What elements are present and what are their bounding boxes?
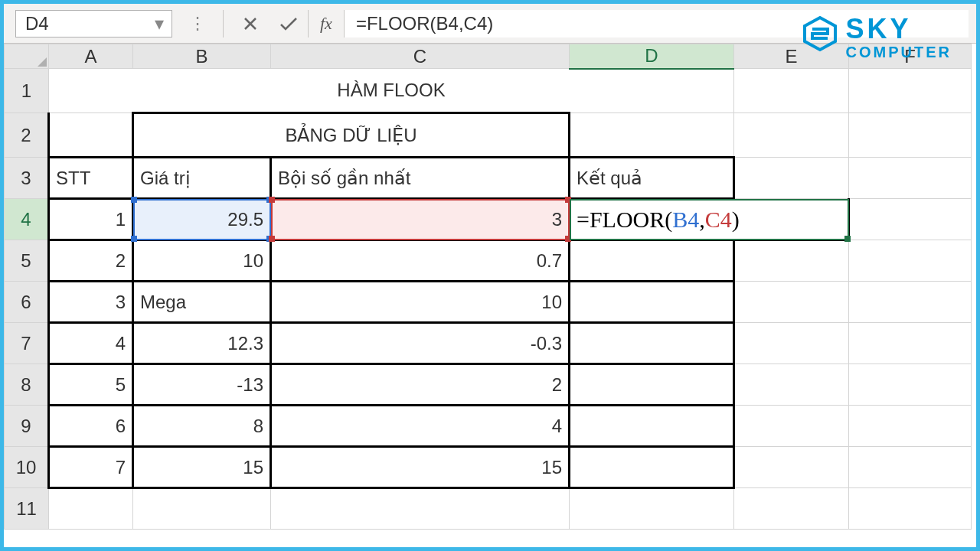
cell-e6[interactable] xyxy=(734,282,849,323)
cell-c5[interactable]: 0.7 xyxy=(271,240,570,282)
cell-d4-formula: =FLOOR(B4,C4) xyxy=(577,207,740,232)
row-header-4[interactable]: 4 xyxy=(5,199,49,240)
cell-d6[interactable] xyxy=(570,282,734,323)
cell-d10[interactable] xyxy=(570,447,734,488)
cell-d9[interactable] xyxy=(570,406,734,447)
cell-a10[interactable]: 7 xyxy=(49,447,133,488)
cell-f4[interactable] xyxy=(849,199,972,240)
cell-a6[interactable]: 3 xyxy=(49,282,133,323)
header-stt[interactable]: STT xyxy=(49,158,133,199)
cell-c10[interactable]: 15 xyxy=(271,447,570,488)
row-header-2[interactable]: 2 xyxy=(5,113,49,158)
col-header-b[interactable]: B xyxy=(133,44,271,69)
cell-d8[interactable] xyxy=(570,364,734,406)
row-header-7[interactable]: 7 xyxy=(5,323,49,364)
cell-d7[interactable] xyxy=(570,323,734,364)
separator xyxy=(223,10,224,37)
row-header-5[interactable]: 5 xyxy=(5,240,49,282)
row-header-6[interactable]: 6 xyxy=(5,282,49,323)
cell-e10[interactable] xyxy=(734,447,849,488)
more-icon[interactable]: ⋮ xyxy=(180,14,215,34)
cell-b5[interactable]: 10 xyxy=(133,240,271,282)
cell-f1[interactable] xyxy=(849,69,972,113)
row-header-1[interactable]: 1 xyxy=(5,69,49,113)
title-cell[interactable]: HÀM FLOOK xyxy=(49,69,734,113)
cell-e8[interactable] xyxy=(734,364,849,406)
cell-d2[interactable] xyxy=(570,113,734,158)
fill-handle-icon[interactable] xyxy=(844,236,851,242)
cell-d4-editing[interactable]: =FLOOR(B4,C4) xyxy=(570,199,849,240)
cell-a9[interactable]: 6 xyxy=(49,406,133,447)
header-boiso[interactable]: Bội số gần nhất xyxy=(271,158,570,199)
cell-f10[interactable] xyxy=(849,447,972,488)
cell-b11[interactable] xyxy=(133,488,271,530)
row-header-9[interactable]: 9 xyxy=(5,406,49,447)
brand-logo: SKY COMPUTER xyxy=(802,15,952,60)
cell-f5[interactable] xyxy=(849,240,972,282)
cell-a4[interactable]: 1 xyxy=(49,199,133,240)
fx-icon[interactable]: fx xyxy=(308,10,345,37)
cell-a5[interactable]: 2 xyxy=(49,240,133,282)
cell-c11[interactable] xyxy=(271,488,570,530)
row-header-8[interactable]: 8 xyxy=(5,364,49,406)
cell-a2[interactable] xyxy=(49,113,133,158)
cell-c4-value: 3 xyxy=(552,209,562,230)
cell-b4[interactable]: 29.5 xyxy=(133,199,271,240)
cell-e1[interactable] xyxy=(734,69,849,113)
cell-d11[interactable] xyxy=(570,488,734,530)
enter-icon[interactable] xyxy=(270,10,308,37)
row-header-10[interactable]: 10 xyxy=(5,447,49,488)
col-header-a[interactable]: A xyxy=(49,44,133,69)
row-header-11[interactable]: 11 xyxy=(5,488,49,530)
cell-c9[interactable]: 4 xyxy=(271,406,570,447)
cell-e3[interactable] xyxy=(734,158,849,199)
cell-c8[interactable]: 2 xyxy=(271,364,570,406)
cell-a11[interactable] xyxy=(49,488,133,530)
cell-e11[interactable] xyxy=(734,488,849,530)
cell-c7[interactable]: -0.3 xyxy=(271,323,570,364)
col-header-d[interactable]: D xyxy=(570,44,734,69)
cell-e9[interactable] xyxy=(734,406,849,447)
cell-f6[interactable] xyxy=(849,282,972,323)
cell-b7[interactable]: 12.3 xyxy=(133,323,271,364)
row-header-3[interactable]: 3 xyxy=(5,158,49,199)
brand-logo-icon xyxy=(802,15,838,52)
cell-f9[interactable] xyxy=(849,406,972,447)
brand-logo-sky: SKY xyxy=(846,15,952,43)
cell-b10[interactable]: 15 xyxy=(133,447,271,488)
header-giatri[interactable]: Giá trị xyxy=(133,158,271,199)
cell-c6[interactable]: 10 xyxy=(271,282,570,323)
cell-c4[interactable]: 3 xyxy=(271,199,570,240)
cell-f3[interactable] xyxy=(849,158,972,199)
cell-e2[interactable] xyxy=(734,113,849,158)
cell-b6[interactable]: Mega xyxy=(133,282,271,323)
cell-b9[interactable]: 8 xyxy=(133,406,271,447)
cell-b4-value: 29.5 xyxy=(227,209,263,230)
chevron-down-icon[interactable]: ▾ xyxy=(155,13,164,34)
cancel-icon[interactable] xyxy=(231,10,270,37)
subtitle-cell[interactable]: BẢNG DỮ LIỆU xyxy=(133,113,570,158)
col-header-c[interactable]: C xyxy=(271,44,570,69)
cell-f8[interactable] xyxy=(849,364,972,406)
select-all-corner[interactable] xyxy=(5,44,49,69)
cell-f11[interactable] xyxy=(849,488,972,530)
cell-f2[interactable] xyxy=(849,113,972,158)
cell-f7[interactable] xyxy=(849,323,972,364)
name-box[interactable]: D4 ▾ xyxy=(15,10,172,37)
header-ketqua[interactable]: Kết quả xyxy=(570,158,734,199)
cell-a8[interactable]: 5 xyxy=(49,364,133,406)
cell-b8[interactable]: -13 xyxy=(133,364,271,406)
cell-d5[interactable] xyxy=(570,240,734,282)
cell-e7[interactable] xyxy=(734,323,849,364)
brand-logo-computer: COMPUTER xyxy=(846,44,952,60)
cell-e5[interactable] xyxy=(734,240,849,282)
name-box-value: D4 xyxy=(25,13,49,34)
spreadsheet-grid[interactable]: A B C D E F 1 HÀM FLOOK 2 BẢNG DỮ LIỆU 3… xyxy=(4,44,976,530)
cell-a7[interactable]: 4 xyxy=(49,323,133,364)
